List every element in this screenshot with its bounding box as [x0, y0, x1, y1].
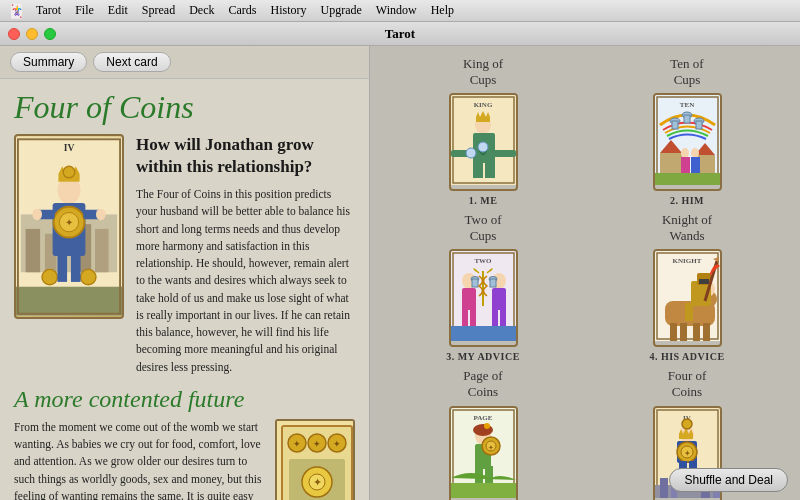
svg-rect-54: [485, 160, 495, 178]
svg-rect-80: [462, 288, 476, 310]
svg-point-17: [42, 269, 57, 284]
svg-rect-84: [492, 288, 506, 310]
svg-rect-86: [500, 308, 506, 326]
menu-upgrade[interactable]: Upgrade: [314, 1, 367, 20]
card-title: Four of Coins: [14, 89, 355, 126]
svg-rect-47: [476, 117, 490, 122]
spread-card-name-3: Two ofCups: [464, 212, 501, 243]
main-card-image: IV: [14, 134, 124, 319]
svg-point-23: [32, 209, 42, 221]
menu-history[interactable]: History: [264, 1, 312, 20]
svg-point-134: [682, 419, 692, 429]
svg-text:TEN: TEN: [679, 101, 693, 109]
right-panel: King ofCups KING 1. METen ofCups TEN: [370, 46, 800, 500]
menu-spread[interactable]: Spread: [136, 1, 181, 20]
svg-rect-108: [703, 323, 710, 341]
left-content: Four of Coins IV: [0, 79, 369, 500]
svg-rect-20: [71, 253, 81, 282]
main-content: Summary Next card Four of Coins IV: [0, 46, 800, 500]
toolbar: Summary Next card: [0, 46, 369, 79]
menu-tarot[interactable]: Tarot: [30, 1, 67, 20]
spread-cell-2: Ten ofCups TEN: [588, 56, 786, 206]
svg-rect-73: [681, 157, 690, 173]
card-description: The Four of Coins in this position predi…: [136, 186, 355, 376]
svg-text:PAGE: PAGE: [473, 414, 492, 422]
next-card-button[interactable]: Next card: [93, 52, 170, 72]
spread-card-name-1: King ofCups: [463, 56, 503, 87]
svg-text:✦: ✦: [65, 217, 73, 228]
svg-text:✦: ✦: [333, 439, 341, 449]
svg-text:✦: ✦: [313, 439, 321, 449]
svg-rect-126: [679, 434, 693, 439]
svg-rect-92: [451, 326, 516, 341]
menu-window[interactable]: Window: [370, 1, 423, 20]
svg-rect-85: [492, 308, 498, 326]
svg-rect-90: [490, 279, 496, 287]
spread-cell-3: Two ofCups TWO: [384, 212, 582, 362]
svg-point-52: [478, 142, 488, 152]
bottom-description: From the moment we come out of the womb …: [14, 419, 263, 500]
summary-button[interactable]: Summary: [10, 52, 87, 72]
small-card-svg: ✦ ✦ ✦ ✦ ✦: [277, 421, 355, 500]
title-bar: Tarot: [0, 22, 800, 46]
svg-text:KNIGHT: KNIGHT: [672, 257, 701, 265]
spread-card-4[interactable]: KNIGHT: [653, 249, 722, 347]
spread-cell-5: Page ofCoins PAGE ✦ 5. MY GROWTH: [384, 368, 582, 500]
minimize-button[interactable]: [26, 28, 38, 40]
menu-deck[interactable]: Deck: [183, 1, 220, 20]
bottom-row: From the moment we come out of the womb …: [14, 419, 355, 500]
svg-point-115: [484, 423, 490, 429]
svg-point-24: [96, 209, 106, 221]
svg-text:✦: ✦: [683, 449, 690, 458]
svg-point-72: [691, 148, 699, 158]
question-heading: How will Jonathan grow within this relat…: [136, 134, 355, 178]
menu-edit[interactable]: Edit: [102, 1, 134, 20]
svg-point-114: [473, 424, 493, 436]
svg-rect-74: [691, 157, 700, 173]
svg-rect-106: [680, 323, 687, 341]
left-panel: Summary Next card Four of Coins IV: [0, 46, 370, 500]
svg-rect-56: [493, 150, 516, 157]
svg-rect-121: [451, 483, 516, 498]
spread-card-5[interactable]: PAGE ✦: [449, 406, 518, 500]
menu-cards[interactable]: Cards: [222, 1, 262, 20]
svg-text:KING: KING: [473, 101, 492, 109]
svg-point-57: [466, 148, 476, 158]
svg-rect-81: [462, 308, 468, 326]
svg-rect-107: [693, 323, 700, 341]
section-heading: A more contented future: [14, 386, 355, 413]
spread-label-2: 2. HIM: [670, 195, 704, 206]
svg-rect-88: [472, 279, 478, 287]
spread-card-name-4: Knight ofWands: [662, 212, 712, 243]
svg-rect-53: [473, 160, 483, 178]
svg-rect-3: [26, 229, 40, 272]
spread-card-3[interactable]: TWO: [449, 249, 518, 347]
svg-point-18: [81, 269, 96, 284]
card-text-content: How will Jonathan grow within this relat…: [136, 134, 355, 376]
card-row: IV: [14, 134, 355, 376]
svg-rect-25: [16, 287, 122, 316]
menu-help[interactable]: Help: [425, 1, 460, 20]
spread-grid: King ofCups KING 1. METen ofCups TEN: [384, 56, 786, 490]
spread-card-name-5: Page ofCoins: [463, 368, 502, 399]
svg-rect-64: [684, 115, 690, 123]
close-button[interactable]: [8, 28, 20, 40]
app-icon: 🃏: [8, 3, 24, 19]
svg-rect-101: [699, 279, 709, 284]
spread-card-1[interactable]: KING: [449, 93, 518, 191]
svg-rect-82: [470, 308, 476, 326]
menu-bar: 🃏 Tarot File Edit Spread Deck Cards Hist…: [0, 0, 800, 22]
svg-rect-6: [95, 229, 108, 272]
maximize-button[interactable]: [44, 28, 56, 40]
shuffle-deal-button[interactable]: Shuffle and Deal: [669, 468, 788, 492]
spread-card-name-2: Ten ofCups: [670, 56, 703, 87]
svg-rect-62: [672, 121, 678, 129]
svg-point-71: [681, 148, 689, 158]
small-card-image: ✦ ✦ ✦ ✦ ✦: [275, 419, 355, 500]
svg-text:✦: ✦: [313, 476, 322, 488]
spread-card-2[interactable]: TEN: [653, 93, 722, 191]
menu-file[interactable]: File: [69, 1, 100, 20]
svg-rect-140: [660, 478, 668, 498]
svg-rect-66: [696, 121, 702, 129]
spread-card-name-6: Four ofCoins: [668, 368, 707, 399]
